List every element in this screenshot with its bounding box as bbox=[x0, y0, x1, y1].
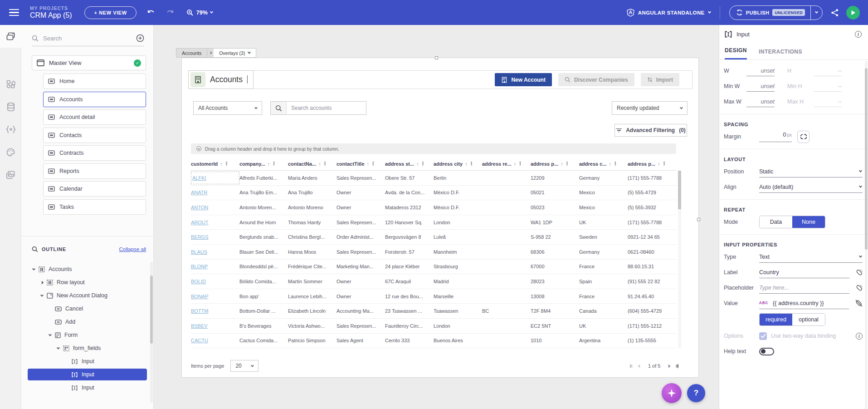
optional-option[interactable]: optional bbox=[792, 314, 825, 325]
table-cell[interactable]: CACTU bbox=[191, 334, 239, 348]
table-row-arout[interactable]: AROUTAround the HornThomas HardySales Re… bbox=[191, 215, 676, 230]
customer-id-link[interactable]: BSBEV bbox=[191, 323, 208, 329]
hamburger-menu-icon[interactable] bbox=[9, 7, 19, 18]
table-row-bsbev[interactable]: BSBEVB's BeveragesVictoria Ashwo...Sales… bbox=[191, 319, 676, 334]
tab-design[interactable]: DESIGN bbox=[725, 47, 747, 59]
sidebar-view-item-calendar[interactable]: Calendar bbox=[43, 181, 146, 197]
tab-accounts[interactable]: Accounts bbox=[176, 48, 207, 58]
table-cell[interactable]: BONAP bbox=[191, 289, 239, 304]
table-row-cactu[interactable]: CACTUCactus Comida...Patricio SimpsonSal… bbox=[191, 334, 676, 349]
width-input[interactable]: unset bbox=[746, 65, 775, 76]
unbind-plug-icon[interactable] bbox=[855, 300, 863, 307]
repeat-mode-data-option[interactable]: Data bbox=[760, 216, 792, 228]
table-row-bergs[interactable]: BERGSBerglunds snab...Christina Bergl...… bbox=[191, 230, 676, 245]
chevron-down-icon[interactable] bbox=[32, 267, 35, 270]
column-menu-icon[interactable]: ⋮ bbox=[420, 161, 425, 167]
min-height-input[interactable]: -- bbox=[814, 81, 842, 92]
column-header-contactna[interactable]: contactNa...↑⋮ bbox=[288, 157, 336, 170]
sort-arrow-icon[interactable]: ↑ bbox=[658, 161, 660, 167]
type-select[interactable]: Text bbox=[759, 251, 863, 263]
outline-node-input[interactable]: Input bbox=[28, 355, 147, 367]
column-header-addressre[interactable]: address re...↑⋮ bbox=[482, 157, 531, 170]
column-menu-icon[interactable]: ⋮ bbox=[224, 161, 229, 167]
table-cell[interactable]: ANTON bbox=[191, 200, 239, 215]
info-icon[interactable]: i bbox=[856, 333, 863, 340]
group-drop-bar[interactable]: Drag a column header and drop it here to… bbox=[191, 143, 676, 154]
column-menu-icon[interactable]: ⋮ bbox=[613, 161, 618, 167]
help-text-toggle[interactable] bbox=[759, 348, 774, 355]
customer-id-link[interactable]: BOTTM bbox=[191, 308, 209, 314]
sort-arrow-icon[interactable]: ↑ bbox=[609, 161, 612, 167]
discover-companies-button[interactable]: Discover Companies bbox=[558, 73, 634, 86]
help-button[interactable]: ? bbox=[687, 384, 705, 402]
table-cell[interactable]: BLONP bbox=[191, 260, 239, 274]
last-page-icon[interactable] bbox=[675, 364, 678, 368]
table-cell[interactable]: BERGS bbox=[191, 230, 239, 244]
inspector-scrollbar[interactable] bbox=[865, 61, 868, 409]
publish-button[interactable]: PUBLISH UNLICENSED bbox=[730, 6, 810, 20]
column-menu-icon[interactable]: ⋮ bbox=[565, 161, 570, 167]
table-row-bolid[interactable]: BOLIDBólido Comida...Martín SommerOwner6… bbox=[191, 274, 676, 289]
table-cell[interactable]: ANATR bbox=[191, 186, 239, 200]
add-view-button[interactable] bbox=[136, 34, 144, 42]
bind-plug-icon[interactable] bbox=[856, 285, 863, 291]
customer-id-link[interactable]: BOLID bbox=[191, 279, 206, 284]
repeat-mode-none-option[interactable]: None bbox=[792, 216, 825, 228]
sidebar-view-item-tasks[interactable]: Tasks bbox=[43, 199, 146, 215]
column-header-addresscity[interactable]: address city↑⋮ bbox=[434, 157, 482, 170]
outline-node-accounts[interactable]: Accounts bbox=[28, 263, 147, 275]
value-input[interactable]: ABC {{ address.country }} bbox=[759, 297, 849, 309]
position-select[interactable]: Static bbox=[759, 166, 863, 177]
column-header-addressp[interactable]: address p...↑⋮ bbox=[628, 157, 676, 170]
sidebar-view-item-home[interactable]: Home bbox=[43, 74, 146, 89]
accounts-search-input[interactable] bbox=[287, 102, 366, 114]
column-menu-icon[interactable]: ⋮ bbox=[271, 161, 276, 167]
two-way-binding-checkbox[interactable] bbox=[759, 332, 767, 340]
column-menu-icon[interactable]: ⋮ bbox=[371, 161, 375, 167]
table-row-anatr[interactable]: ANATRAna Trujillo Em...Ana TrujilloOwner… bbox=[191, 186, 676, 201]
new-view-button[interactable]: + NEW VIEW bbox=[84, 6, 136, 19]
required-option[interactable]: required bbox=[760, 314, 792, 325]
sidebar-view-item-account-detail[interactable]: Account detail bbox=[43, 109, 146, 125]
design-surface[interactable]: Accounts New Account Discover Companies … bbox=[181, 58, 699, 378]
publish-options-button[interactable] bbox=[810, 6, 822, 20]
resize-handle-right[interactable] bbox=[697, 218, 700, 221]
customer-id-link[interactable]: BERGS bbox=[191, 234, 209, 240]
master-view-item[interactable]: Master View ✓ bbox=[32, 55, 146, 70]
sidebar-view-item-reports[interactable]: Reports bbox=[43, 163, 146, 179]
build-target-select[interactable]: ANGULAR STANDALONE bbox=[627, 9, 711, 17]
search-input[interactable] bbox=[43, 35, 125, 42]
table-row-blaus[interactable]: BLAUSBlauer See Deli...Hanna MoosSales R… bbox=[191, 245, 676, 260]
column-header-contacttitle[interactable]: contactTitle↑⋮ bbox=[336, 157, 385, 170]
min-width-input[interactable]: unset bbox=[746, 81, 775, 92]
link-sides-button[interactable] bbox=[797, 131, 809, 143]
table-row-alfki[interactable]: ALFKIAlfreds Futterki...Maria AndersSale… bbox=[191, 171, 676, 186]
height-input[interactable]: -- bbox=[814, 65, 842, 76]
rail-data-icon[interactable] bbox=[0, 95, 21, 118]
chevron-down-icon[interactable] bbox=[49, 333, 52, 336]
ai-assistant-button[interactable] bbox=[662, 383, 682, 403]
outline-node-row-layout[interactable]: Row layout bbox=[28, 276, 147, 288]
advanced-filtering-button[interactable]: Advanced Filtering (0) bbox=[614, 124, 687, 137]
customer-id-link[interactable]: BONAP bbox=[191, 294, 209, 299]
sort-arrow-icon[interactable]: ↑ bbox=[367, 161, 370, 167]
items-per-page-select[interactable]: 20 bbox=[230, 360, 258, 372]
outline-node-input[interactable]: Input bbox=[28, 369, 147, 380]
align-select[interactable]: Auto (default) bbox=[759, 181, 863, 193]
app-title-widget[interactable]: Accounts bbox=[188, 70, 254, 89]
undo-icon[interactable] bbox=[146, 9, 156, 17]
table-cell[interactable]: ALFKI bbox=[191, 172, 239, 184]
tab-interactions[interactable]: INTERACTIONS bbox=[759, 49, 802, 59]
info-icon[interactable]: i bbox=[855, 31, 862, 38]
customer-id-link[interactable]: ANTON bbox=[191, 205, 208, 210]
accounts-view-select[interactable]: All Accounts bbox=[193, 101, 262, 115]
customer-id-link[interactable]: BLONP bbox=[191, 264, 208, 269]
outline-node-new-account-dialog[interactable]: New Account Dialog bbox=[28, 290, 147, 301]
column-header-company[interactable]: company...↑⋮ bbox=[239, 157, 288, 170]
column-header-addressst[interactable]: address st...↑⋮ bbox=[385, 157, 434, 170]
outline-node-form[interactable]: Form bbox=[28, 329, 147, 341]
customer-id-link[interactable]: ANATR bbox=[191, 190, 207, 195]
sidebar-view-item-accounts[interactable]: Accounts bbox=[43, 92, 146, 107]
column-header-customerid[interactable]: customerId↑⋮ bbox=[191, 157, 239, 170]
label-input[interactable]: Country bbox=[759, 266, 849, 278]
